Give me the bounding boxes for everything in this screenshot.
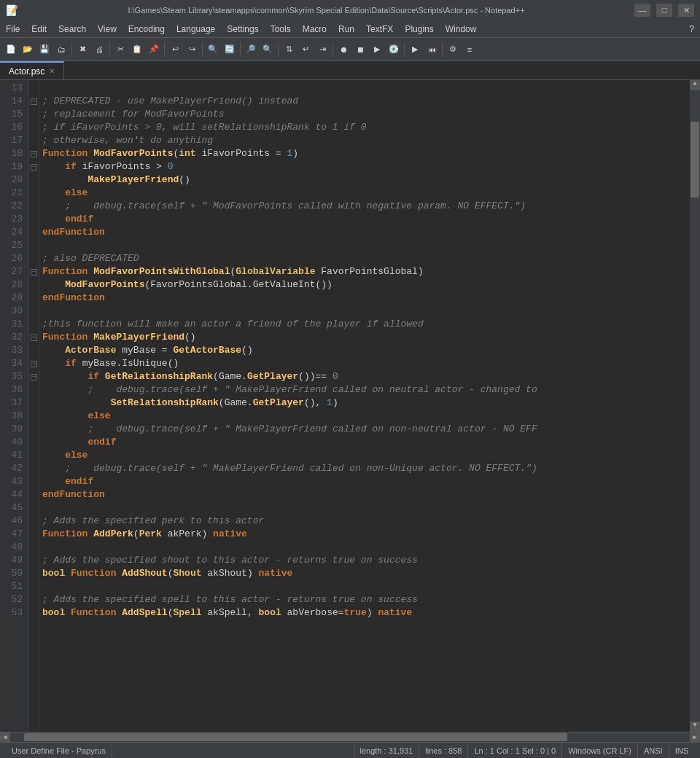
tab-close-icon[interactable]: ✕ <box>49 67 55 75</box>
wrap-button[interactable]: ↵ <box>298 42 314 58</box>
tab-actor-psc[interactable]: Actor.psc ✕ <box>0 61 64 79</box>
fold-marker[interactable]: − <box>29 147 39 160</box>
scroll-thumb[interactable] <box>691 122 699 198</box>
fold-marker[interactable]: − <box>29 265 39 278</box>
code-line: bool Function AddShout(Shout akShout) na… <box>42 567 690 580</box>
fold-marker[interactable]: − <box>29 357 39 370</box>
scroll-left-button[interactable]: ◀ <box>0 732 10 742</box>
toolbar-sep-7 <box>332 42 333 57</box>
code-line: else <box>42 410 690 423</box>
code-line: endif <box>42 213 690 226</box>
code-line: Function ModFavorPointsWithGlobal(Global… <box>42 265 690 278</box>
fold-marker <box>29 475 39 488</box>
run-button[interactable]: ▶ <box>407 42 423 58</box>
maximize-button[interactable]: □ <box>656 4 672 17</box>
paste-button[interactable]: 📌 <box>146 42 162 58</box>
code-line: ; Adds the specified spell to this actor… <box>42 593 690 606</box>
toolbar-sep-2 <box>109 42 110 57</box>
minimize-button[interactable]: — <box>634 4 650 17</box>
find-button[interactable]: 🔍 <box>205 42 221 58</box>
code-line: ; otherwise, won't do anything <box>42 134 690 147</box>
menu-help[interactable]: ? <box>683 22 700 36</box>
line-number: 47 <box>3 528 23 541</box>
hscroll-track[interactable] <box>10 732 690 742</box>
code-line: bool Function AddSpell(Spell akSpell, bo… <box>42 606 690 620</box>
save-all-button[interactable]: 🗂 <box>53 42 69 58</box>
menu-run[interactable]: Run <box>332 22 360 36</box>
copy-button[interactable]: 📋 <box>129 42 145 58</box>
print-button[interactable]: 🖨 <box>91 42 107 58</box>
fold-marker <box>29 82 39 95</box>
zoom-out-button[interactable]: 🔍 <box>260 42 276 58</box>
new-button[interactable]: 📄 <box>3 42 19 58</box>
code-line: MakePlayerFriend() <box>42 173 690 187</box>
fold-marker <box>29 567 39 580</box>
indent-button[interactable]: ⇥ <box>314 42 330 58</box>
menu-view[interactable]: View <box>92 22 122 36</box>
line-number: 39 <box>3 423 23 436</box>
menu-settings[interactable]: Settings <box>221 22 264 36</box>
menu-search[interactable]: Search <box>52 22 92 36</box>
cut-button[interactable]: ✂ <box>112 42 128 58</box>
code-line: if iFavorPoints > 0 <box>42 160 690 173</box>
vertical-scrollbar[interactable]: ▲ ▼ <box>690 80 700 732</box>
menu-textfx[interactable]: TextFX <box>360 22 399 36</box>
menu-bar: File Edit Search View Encoding Language … <box>0 20 700 38</box>
fold-marker[interactable]: − <box>29 160 39 173</box>
fold-marker <box>29 554 39 567</box>
scroll-right-button[interactable]: ▶ <box>690 732 700 742</box>
menu-language[interactable]: Language <box>171 22 221 36</box>
fold-marker <box>29 436 39 449</box>
horizontal-scrollbar[interactable]: ◀ ▶ <box>0 732 700 742</box>
run-prev-button[interactable]: ⏮ <box>424 42 440 58</box>
sync-button[interactable]: ⇅ <box>281 42 297 58</box>
hscroll-thumb[interactable] <box>24 733 568 741</box>
zoom-in-button[interactable]: 🔎 <box>243 42 259 58</box>
fold-marker <box>29 580 39 593</box>
macro-play-button[interactable]: ▶ <box>369 42 385 58</box>
fold-marker <box>29 305 39 318</box>
fold-marker <box>29 541 39 554</box>
fold-marker <box>29 410 39 423</box>
menu-file[interactable]: File <box>0 22 26 36</box>
undo-button[interactable]: ↩ <box>167 42 183 58</box>
macro-save-button[interactable]: 💽 <box>386 42 402 58</box>
fold-marker[interactable]: − <box>29 331 39 344</box>
fold-marker <box>29 252 39 265</box>
fold-marker <box>29 108 39 121</box>
settings-btn[interactable]: ⚙ <box>445 42 461 58</box>
menu-encoding[interactable]: Encoding <box>122 22 171 36</box>
fold-marker[interactable]: − <box>29 370 39 383</box>
menu-edit[interactable]: Edit <box>26 22 52 36</box>
tab-bar: Actor.psc ✕ <box>0 61 700 80</box>
options-btn[interactable]: ≡ <box>462 42 478 58</box>
menu-macro[interactable]: Macro <box>297 22 332 36</box>
line-number: 32 <box>3 331 23 344</box>
code-area[interactable]: ; DEPRECATED - use MakePlayerFriend() in… <box>39 80 690 732</box>
close-button-tb[interactable]: ✖ <box>74 42 90 58</box>
open-button[interactable]: 📂 <box>20 42 36 58</box>
fold-marker[interactable]: − <box>29 95 39 108</box>
window-title: I:\Games\Steam Library\steamapps\common\… <box>35 6 618 15</box>
macro-record-button[interactable]: ⏺ <box>335 42 351 58</box>
fold-marker <box>29 449 39 462</box>
fold-marker <box>29 462 39 475</box>
fold-marker <box>29 488 39 501</box>
save-button[interactable]: 💾 <box>36 42 52 58</box>
close-button[interactable]: ✕ <box>678 4 694 17</box>
scroll-track[interactable] <box>690 90 700 722</box>
fold-marker <box>29 278 39 292</box>
fold-marker <box>29 121 39 134</box>
menu-plugins[interactable]: Plugins <box>399 22 439 36</box>
window-controls: — □ ✕ <box>634 4 694 17</box>
scroll-up-button[interactable]: ▲ <box>690 80 700 90</box>
code-line: ModFavorPoints(FavorPointsGlobal.GetValu… <box>42 278 690 292</box>
status-line-ending: Windows (CR LF) <box>562 743 638 758</box>
menu-tools[interactable]: Tools <box>265 22 297 36</box>
scroll-down-button[interactable]: ▼ <box>690 722 700 732</box>
replace-button[interactable]: 🔄 <box>222 42 238 58</box>
code-line: Function MakePlayerFriend() <box>42 331 690 344</box>
macro-stop-button[interactable]: ⏹ <box>352 42 368 58</box>
redo-button[interactable]: ↪ <box>184 42 200 58</box>
menu-window[interactable]: Window <box>440 22 483 36</box>
